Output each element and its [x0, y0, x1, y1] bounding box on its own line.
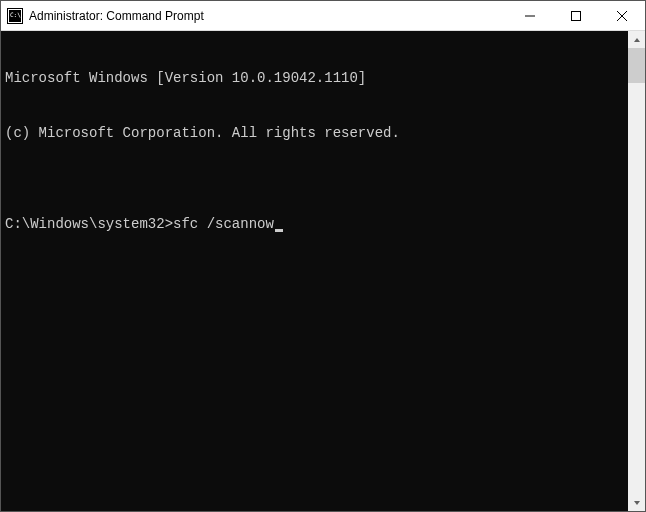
scrollbar-track[interactable] [628, 48, 645, 494]
svg-text:C:\: C:\ [10, 11, 21, 18]
window-title: Administrator: Command Prompt [29, 9, 507, 23]
svg-marker-9 [634, 501, 640, 505]
cmd-icon: C:\ [7, 8, 23, 24]
typed-command: sfc /scannow [173, 215, 274, 233]
titlebar[interactable]: C:\ Administrator: Command Prompt [1, 1, 645, 31]
vertical-scrollbar[interactable] [628, 31, 645, 511]
maximize-button[interactable] [553, 1, 599, 30]
window-controls [507, 1, 645, 30]
terminal-output[interactable]: Microsoft Windows [Version 10.0.19042.11… [1, 31, 628, 511]
scrollbar-thumb[interactable] [628, 48, 645, 83]
scroll-up-button[interactable] [628, 31, 645, 48]
svg-rect-5 [572, 11, 581, 20]
prompt-line: C:\Windows\system32>sfc /scannow [5, 215, 624, 233]
svg-marker-8 [634, 38, 640, 42]
content-area: Microsoft Windows [Version 10.0.19042.11… [1, 31, 645, 511]
cursor-icon [275, 229, 283, 232]
version-line: Microsoft Windows [Version 10.0.19042.11… [5, 69, 624, 87]
scroll-down-button[interactable] [628, 494, 645, 511]
close-button[interactable] [599, 1, 645, 30]
minimize-button[interactable] [507, 1, 553, 30]
prompt-path: C:\Windows\system32> [5, 215, 173, 233]
command-prompt-window: C:\ Administrator: Command Prompt Micros… [0, 0, 646, 512]
copyright-line: (c) Microsoft Corporation. All rights re… [5, 124, 624, 142]
